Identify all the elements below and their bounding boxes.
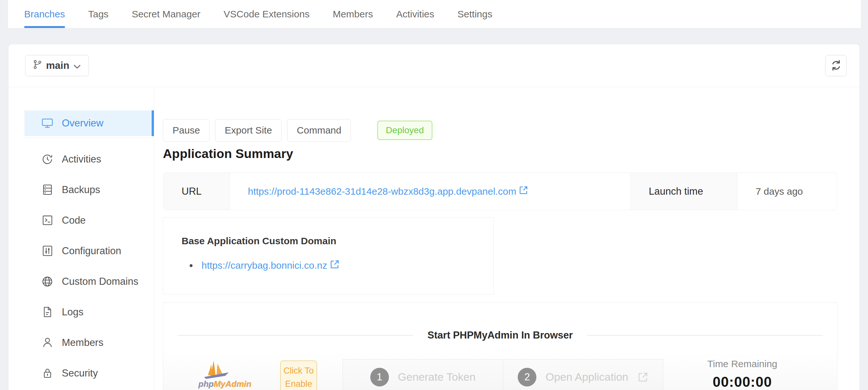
custom-domain-link[interactable]: https://carrybag.bonnici.co.nz xyxy=(202,259,340,271)
tab-settings[interactable]: Settings xyxy=(458,0,492,28)
url-label: URL xyxy=(163,173,230,210)
branch-toolbar: main xyxy=(9,44,859,87)
sidebar-item-configuration[interactable]: Configuration xyxy=(25,235,154,266)
enable-button-line1: Click To xyxy=(283,364,315,378)
custom-domain-url: https://carrybag.bonnici.co.nz xyxy=(202,260,327,271)
sidebar-item-logs[interactable]: Logs xyxy=(25,297,154,327)
tab-secret-manager[interactable]: Secret Manager xyxy=(132,0,200,28)
time-remaining-label: Time Remaining xyxy=(707,358,777,369)
sidebar-item-code[interactable]: Code xyxy=(25,205,154,235)
terminal-icon xyxy=(41,215,54,226)
sidebar: Overview Activities Backups xyxy=(9,87,154,390)
divider-line xyxy=(587,335,822,336)
custom-domain-heading: Base Application Custom Domain xyxy=(182,235,493,247)
sidebar-item-label: Overview xyxy=(62,118,103,129)
step-number-badge: 1 xyxy=(370,368,389,386)
phpmyadmin-logo: phpMyAdmin xyxy=(198,360,242,389)
step-label: Generate Token xyxy=(398,371,475,383)
external-link-icon xyxy=(330,259,340,271)
content-card: main xyxy=(9,44,859,390)
app-url-link[interactable]: https://prod-1143e862-31d14e28-wbzx8d3g.… xyxy=(248,185,528,197)
phpmyadmin-title-row: Start PHPMyAdmin In Browser xyxy=(163,329,837,341)
tab-members[interactable]: Members xyxy=(333,0,373,28)
sidebar-item-overview[interactable]: Overview xyxy=(25,110,154,136)
custom-domain-list: https://carrybag.bonnici.co.nz xyxy=(182,259,493,271)
sidebar-item-label: Activities xyxy=(62,154,101,165)
refresh-button[interactable] xyxy=(825,55,847,76)
page-title: Application Summary xyxy=(163,147,859,161)
lock-icon xyxy=(41,367,54,379)
server-icon xyxy=(41,184,54,195)
tab-vscode-extensions[interactable]: VSCode Extensions xyxy=(224,0,310,28)
summary-table: URL https://prod-1143e862-31d14e28-wbzx8… xyxy=(163,172,837,210)
branch-selector[interactable]: main xyxy=(25,55,89,76)
url-cell: https://prod-1143e862-31d14e28-wbzx8d3g.… xyxy=(230,173,630,210)
sidebar-item-custom-domains[interactable]: Custom Domains xyxy=(25,266,154,297)
command-button[interactable]: Command xyxy=(287,119,351,141)
actions-row: Pause Export Site Command Deployed xyxy=(163,119,859,141)
user-icon xyxy=(41,337,54,348)
tabs-nav: Branches Tags Secret Manager VSCode Exte… xyxy=(8,0,861,28)
sidebar-item-label: Configuration xyxy=(62,245,121,257)
sidebar-divider xyxy=(25,137,154,138)
document-icon xyxy=(41,306,54,318)
sidebar-item-backups[interactable]: Backups xyxy=(25,174,154,205)
click-to-enable-button[interactable]: Click To Enable xyxy=(280,360,317,390)
card-body: Overview Activities Backups xyxy=(9,87,859,390)
monitor-icon xyxy=(41,118,54,128)
launch-time-value: 7 days ago xyxy=(737,173,837,210)
git-branch-icon xyxy=(33,60,42,72)
sidebar-item-label: Logs xyxy=(62,306,83,318)
logo-text-myadmin: MyAdmin xyxy=(214,379,251,389)
sidebar-item-label: Security xyxy=(62,367,98,379)
phpmyadmin-steps: 1 Generate Token 2 Open Application xyxy=(343,359,663,390)
sidebar-item-label: Code xyxy=(62,215,86,226)
tab-branches[interactable]: Branches xyxy=(24,0,65,28)
top-tab-bar: Branches Tags Secret Manager VSCode Exte… xyxy=(8,0,861,28)
time-remaining-value: 00:00:00 xyxy=(707,374,777,390)
sidebar-item-members[interactable]: Members xyxy=(25,327,154,358)
globe-icon xyxy=(41,276,54,287)
clock-icon xyxy=(41,154,54,165)
time-remaining-block: Time Remaining 00:00:00 xyxy=(707,358,777,390)
custom-domain-panel: Base Application Custom Domain https://c… xyxy=(163,217,494,294)
sidebar-item-label: Backups xyxy=(62,184,100,196)
enable-button-line2: Enable xyxy=(283,378,315,390)
step-number-badge: 2 xyxy=(518,368,536,386)
list-item: https://carrybag.bonnici.co.nz xyxy=(198,259,493,271)
sailboat-icon xyxy=(201,360,240,380)
branch-name: main xyxy=(46,60,69,71)
sync-icon xyxy=(830,59,842,72)
export-site-button[interactable]: Export Site xyxy=(215,119,282,141)
open-application-step[interactable]: 2 Open Application xyxy=(503,359,663,390)
tab-tags[interactable]: Tags xyxy=(88,0,108,28)
tab-activities[interactable]: Activities xyxy=(396,0,434,28)
status-badge: Deployed xyxy=(377,121,432,140)
phpmyadmin-content: phpMyAdmin Click To Enable 1 Generate To… xyxy=(163,350,837,390)
sliders-icon xyxy=(41,245,54,256)
sidebar-item-activities[interactable]: Activities xyxy=(25,144,154,174)
sidebar-item-label: Custom Domains xyxy=(62,276,138,287)
logo-text-php: php xyxy=(198,379,214,389)
phpmyadmin-section-title: Start PHPMyAdmin In Browser xyxy=(428,329,573,341)
page: Branches Tags Secret Manager VSCode Exte… xyxy=(0,0,868,390)
external-link-icon xyxy=(638,368,648,384)
divider-line xyxy=(178,335,413,336)
step-label: Open Application xyxy=(546,371,628,383)
sidebar-item-security[interactable]: Security xyxy=(25,358,154,388)
pause-button[interactable]: Pause xyxy=(163,119,210,141)
phpmyadmin-logo-text: phpMyAdmin xyxy=(198,379,242,389)
app-url-text: https://prod-1143e862-31d14e28-wbzx8d3g.… xyxy=(248,186,516,197)
phpmyadmin-panel: Start PHPMyAdmin In Browser phpMyAdmin xyxy=(163,302,837,390)
sidebar-item-label: Members xyxy=(62,337,103,349)
external-link-icon xyxy=(519,185,528,197)
chevron-down-icon xyxy=(73,60,81,71)
launch-time-label: Launch time xyxy=(630,173,737,210)
generate-token-step[interactable]: 1 Generate Token xyxy=(343,359,503,390)
main-content: Pause Export Site Command Deployed Appli… xyxy=(154,87,859,390)
